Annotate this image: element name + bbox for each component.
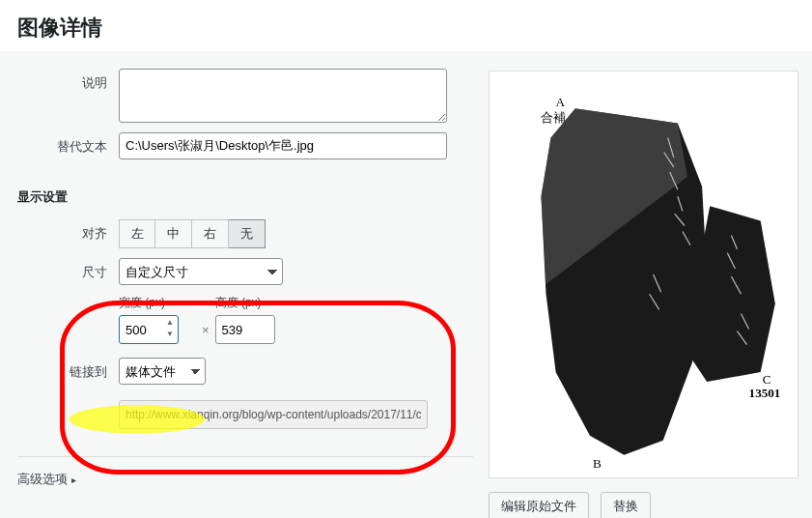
svg-text:C: C (763, 372, 771, 387)
width-label: 宽度 (px) (119, 295, 179, 311)
height-input[interactable] (215, 315, 275, 344)
size-select[interactable]: 自定义尺寸 (119, 258, 283, 285)
page-title: 图像详情 (17, 14, 795, 43)
linkto-label: 链接到 (17, 358, 119, 381)
preview-svg: A 合補 580 B 13498 C 13501 (497, 79, 790, 470)
preview-actions: 编辑原始文件 替换 (489, 492, 798, 518)
size-label: 尺寸 (17, 258, 119, 281)
link-url-display[interactable] (119, 400, 428, 429)
advanced-options-toggle[interactable]: 高级选项 ▸ (17, 456, 473, 488)
replace-button[interactable]: 替换 (601, 492, 651, 518)
preview-pane: A 合補 580 B 13498 C 13501 (483, 61, 812, 518)
display-settings-title: 显示设置 (17, 188, 473, 206)
image-preview: A 合補 580 B 13498 C 13501 (489, 71, 798, 478)
chevron-right-icon: ▸ (71, 475, 76, 485)
align-left[interactable]: 左 (119, 219, 155, 248)
svg-text:13501: 13501 (749, 386, 781, 400)
caption-label: 说明 (17, 69, 119, 92)
linkto-select[interactable]: 媒体文件 (119, 358, 206, 385)
align-center[interactable]: 中 (155, 219, 192, 248)
svg-text:B: B (593, 456, 602, 470)
settings-pane: 说明 替代文本 显示设置 对齐 左 中 右 无 尺寸 自定义尺寸 宽度 (0, 61, 483, 518)
svg-text:A: A (556, 95, 566, 109)
align-buttons: 左 中 右 无 (119, 219, 266, 248)
height-label: 高度 (px) (215, 295, 275, 311)
align-right[interactable]: 右 (192, 219, 229, 248)
dialog-header: 图像详情 (0, 0, 812, 50)
dialog-content: 说明 替代文本 显示设置 对齐 左 中 右 无 尺寸 自定义尺寸 宽度 (0, 51, 812, 518)
alt-label: 替代文本 (17, 132, 119, 156)
width-stepper[interactable]: ▲▼ (163, 317, 177, 340)
alt-input[interactable] (119, 132, 447, 159)
caption-input[interactable] (119, 69, 447, 123)
edit-original-button[interactable]: 编辑原始文件 (489, 492, 589, 518)
align-none[interactable]: 无 (229, 219, 266, 248)
times-symbol: × (202, 323, 210, 344)
align-label: 对齐 (17, 219, 119, 243)
dimensions-row: 宽度 (px) ▲▼ × 高度 (px) (119, 295, 473, 344)
